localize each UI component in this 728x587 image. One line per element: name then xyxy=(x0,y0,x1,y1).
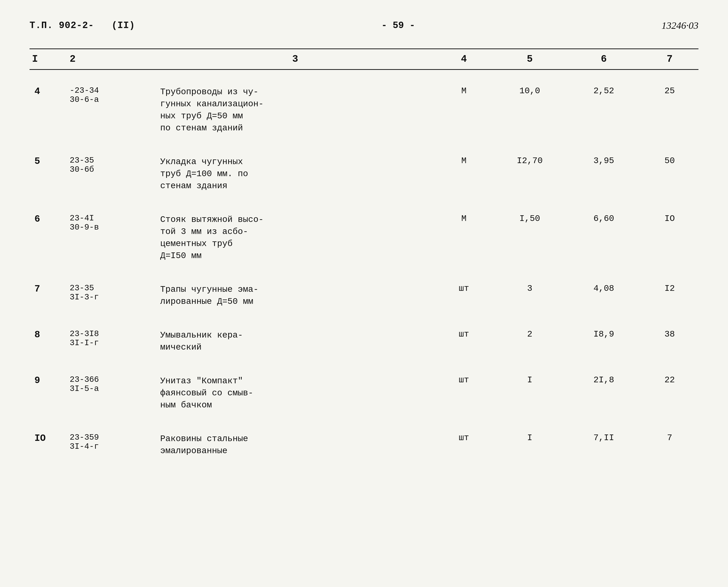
row-spacer xyxy=(29,140,699,150)
row-spacer xyxy=(29,359,699,370)
cell-1-0: 5 xyxy=(29,150,65,197)
header-suffix: (II) xyxy=(112,20,135,31)
cell-0-3: М xyxy=(435,81,493,140)
cell-4-4: 2 xyxy=(493,324,567,359)
cell-2-6: IO xyxy=(641,208,699,267)
cell-6-5: 7,II xyxy=(567,428,641,463)
col-header-1: I xyxy=(29,49,65,70)
cell-1-5: 3,95 xyxy=(567,150,641,197)
cell-4-2: Умывальник кера- мический xyxy=(155,324,435,359)
row-spacer xyxy=(29,313,699,324)
table-row: 4-23-34 30-6-aТрубопроводы из чу- гунных… xyxy=(29,81,699,140)
cell-0-4: 10,0 xyxy=(493,81,567,140)
row-spacer xyxy=(29,197,699,208)
cell-5-0: 9 xyxy=(29,370,65,417)
cell-4-3: шт xyxy=(435,324,493,359)
cell-3-2: Трапы чугунные эма- лированные Д=50 мм xyxy=(155,278,435,313)
cell-3-1: 23-35 3I-3-г xyxy=(65,278,155,313)
cell-1-2: Укладка чугунных труб Д=100 мм. по стена… xyxy=(155,150,435,197)
header-left-text: Т.П. 902-2- xyxy=(29,20,94,31)
cell-2-5: 6,60 xyxy=(567,208,641,267)
cell-5-5: 2I,8 xyxy=(567,370,641,417)
cell-3-4: 3 xyxy=(493,278,567,313)
cell-4-0: 8 xyxy=(29,324,65,359)
col-header-2: 2 xyxy=(65,49,155,70)
cell-4-1: 23-3I8 3I-I-г xyxy=(65,324,155,359)
col-header-3: 3 xyxy=(155,49,435,70)
cell-0-0: 4 xyxy=(29,81,65,140)
cell-3-3: шт xyxy=(435,278,493,313)
cell-6-6: 7 xyxy=(641,428,699,463)
cell-5-1: 23-366 3I-5-a xyxy=(65,370,155,417)
cell-5-4: I xyxy=(493,370,567,417)
cell-2-2: Стояк вытяжной высо- той 3 мм из асбо- ц… xyxy=(155,208,435,267)
cell-6-0: IO xyxy=(29,428,65,463)
table-row: 623-4I 30-9-вСтояк вытяжной высо- той 3 … xyxy=(29,208,699,267)
header-center: - 59 - xyxy=(381,20,415,31)
table-row: 823-3I8 3I-I-гУмывальник кера- мическийш… xyxy=(29,324,699,359)
cell-3-5: 4,08 xyxy=(567,278,641,313)
col-header-6: 6 xyxy=(567,49,641,70)
cell-4-5: I8,9 xyxy=(567,324,641,359)
cell-2-0: 6 xyxy=(29,208,65,267)
cell-6-3: шт xyxy=(435,428,493,463)
cell-3-6: I2 xyxy=(641,278,699,313)
table-row: 923-366 3I-5-aУнитаз "Компакт" фаянсовый… xyxy=(29,370,699,417)
table-row: 523-35 30-6бУкладка чугунных труб Д=100 … xyxy=(29,150,699,197)
table-header-row: I 2 3 4 5 6 7 xyxy=(29,49,699,70)
row-spacer xyxy=(29,267,699,278)
cell-2-4: I,50 xyxy=(493,208,567,267)
cell-3-0: 7 xyxy=(29,278,65,313)
cell-6-1: 23-359 3I-4-г xyxy=(65,428,155,463)
col-header-4: 4 xyxy=(435,49,493,70)
cell-4-6: 38 xyxy=(641,324,699,359)
cell-0-6: 25 xyxy=(641,81,699,140)
page-header: Т.П. 902-2- (II) - 59 - 13246·03 xyxy=(29,20,699,34)
cell-0-2: Трубопроводы из чу- гунных канализацион-… xyxy=(155,81,435,140)
table-row: 723-35 3I-3-гТрапы чугунные эма- лирован… xyxy=(29,278,699,313)
cell-1-1: 23-35 30-6б xyxy=(65,150,155,197)
cell-5-3: шт xyxy=(435,370,493,417)
cell-1-3: М xyxy=(435,150,493,197)
col-header-7: 7 xyxy=(641,49,699,70)
col-header-5: 5 xyxy=(493,49,567,70)
cell-5-6: 22 xyxy=(641,370,699,417)
table-row: IO23-359 3I-4-гРаковины стальные эмалиро… xyxy=(29,428,699,463)
cell-1-6: 50 xyxy=(641,150,699,197)
header-right: 13246·03 xyxy=(662,20,699,31)
cell-1-4: I2,70 xyxy=(493,150,567,197)
header-left: Т.П. 902-2- (II) xyxy=(29,20,135,31)
cell-5-2: Унитаз "Компакт" фаянсовый со смыв- ным … xyxy=(155,370,435,417)
cell-6-2: Раковины стальные эмалированные xyxy=(155,428,435,463)
row-spacer xyxy=(29,417,699,428)
main-table: I 2 3 4 5 6 7 4-23-34 30-6-aТрубопроводы… xyxy=(29,48,699,463)
cell-0-1: -23-34 30-6-a xyxy=(65,81,155,140)
cell-2-1: 23-4I 30-9-в xyxy=(65,208,155,267)
cell-6-4: I xyxy=(493,428,567,463)
cell-0-5: 2,52 xyxy=(567,81,641,140)
cell-2-3: М xyxy=(435,208,493,267)
